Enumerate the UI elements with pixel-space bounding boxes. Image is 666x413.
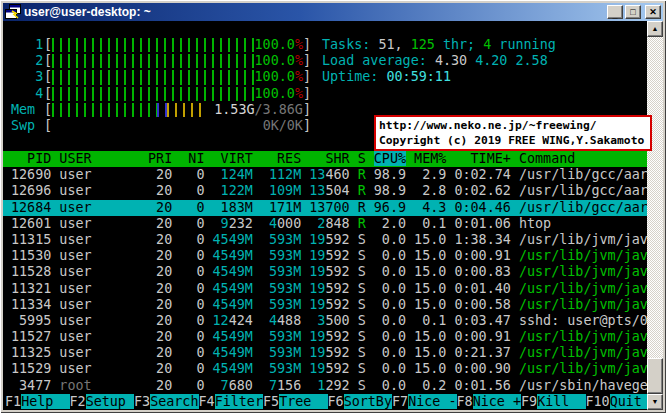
fkey-f5[interactable]: F5Tree <box>263 394 328 409</box>
fkey-f3[interactable]: F3Search <box>134 394 199 409</box>
terminal-screen[interactable]: 1[100.0%] 2[100.0%] 3[100.0%] 4[100.0%]M… <box>3 21 647 410</box>
fkey-f10[interactable]: F10Quit <box>586 394 648 409</box>
scrollbar[interactable]: ▲ ▼ <box>647 21 663 410</box>
process-row[interactable]: 11528 user 20 0 4549M 593M 19592 S 0.0 1… <box>3 264 647 280</box>
window-title: user@user-desktop: ~ <box>24 5 607 20</box>
meters-panel: 1[100.0%] 2[100.0%] 3[100.0%] 4[100.0%]M… <box>11 37 311 134</box>
summary-panel: Tasks: 51, 125 thr; 4 running Load avera… <box>322 37 556 86</box>
titlebar[interactable]: user@user-desktop: ~ _ □ ✕ <box>3 3 663 21</box>
watermark-url: http://www.neko.ne.jp/~freewing/ <box>379 118 647 133</box>
uptime-line: Uptime: 00:59:11 <box>322 69 556 85</box>
process-row[interactable]: 11527 user 20 0 4549M 593M 19592 S 0.0 1… <box>3 329 647 345</box>
close-icon: ✕ <box>649 7 657 17</box>
cpu1-meter: 1[100.0%] <box>11 37 311 53</box>
process-row[interactable]: 11529 user 20 0 4549M 593M 19592 S 0.0 1… <box>3 361 647 377</box>
table-header-row[interactable]: PID USER PRI NI VIRT RES SHR S CPU% MEM%… <box>3 151 647 167</box>
minimize-button[interactable]: _ <box>607 5 623 19</box>
process-row[interactable]: 12684 user 20 0 183M 171M 13700 R 96.9 4… <box>3 200 647 216</box>
process-row[interactable]: 12601 user 20 0 9232 4000 2848 R 2.0 0.1… <box>3 216 647 232</box>
cpu4-meter: 4[100.0%] <box>11 86 311 102</box>
process-row[interactable]: 11325 user 20 0 4549M 593M 19592 S 0.0 1… <box>3 345 647 361</box>
putty-icon <box>5 4 21 20</box>
process-table: PID USER PRI NI VIRT RES SHR S CPU% MEM%… <box>3 151 647 394</box>
fkey-f8[interactable]: F8Nice + <box>457 394 522 409</box>
process-row[interactable]: 3477 root 20 0 7680 7156 1292 S 0.0 0.2 … <box>3 378 647 394</box>
load-average-line: Load average: 4.30 4.20 2.58 <box>322 53 556 69</box>
process-row[interactable]: 11530 user 20 0 4549M 593M 19592 S 0.0 1… <box>3 248 647 264</box>
maximize-icon: □ <box>630 7 635 17</box>
process-row[interactable]: 5995 user 20 0 12424 4488 3500 S 0.0 0.1… <box>3 313 647 329</box>
cpu2-meter: 2[100.0%] <box>11 53 311 69</box>
terminal-window: user@user-desktop: ~ _ □ ✕ 1[100.0%] 2[1… <box>0 0 666 413</box>
process-row[interactable]: 11334 user 20 0 4549M 593M 19592 S 0.0 1… <box>3 297 647 313</box>
watermark-copyright: Copyright (c) 2019 FREE WING,Y.Sakamoto <box>379 133 647 148</box>
cpu3-meter: 3[100.0%] <box>11 69 311 85</box>
swap-meter: Swp [0K/0K] <box>11 118 311 134</box>
fkey-f6[interactable]: F6SortBy <box>328 394 393 409</box>
memory-meter: Mem [1.53G/3.86G] <box>11 102 311 118</box>
fkey-f1[interactable]: F1Help <box>5 394 70 409</box>
scroll-up-icon: ▲ <box>652 25 659 33</box>
tasks-line: Tasks: 51, 125 thr; 4 running <box>322 37 556 53</box>
window-controls: _ □ ✕ <box>607 5 661 19</box>
scroll-up-button[interactable]: ▲ <box>647 21 663 37</box>
maximize-button[interactable]: □ <box>625 5 641 19</box>
close-button[interactable]: ✕ <box>645 5 661 19</box>
scrollbar-thumb[interactable] <box>647 358 663 394</box>
fkey-f9[interactable]: F9Kill <box>521 394 586 409</box>
fkey-f7[interactable]: F7Nice - <box>392 394 457 409</box>
minimize-icon: _ <box>612 10 617 20</box>
process-row[interactable]: 11321 user 20 0 4549M 593M 19592 S 0.0 1… <box>3 281 647 297</box>
scroll-down-icon: ▼ <box>652 398 659 406</box>
scrollbar-track[interactable] <box>647 37 663 394</box>
function-key-bar: F1Help F2Setup F3SearchF4FilterF5Tree F6… <box>3 394 647 410</box>
fkey-f2[interactable]: F2Setup <box>70 394 135 409</box>
watermark-overlay: http://www.neko.ne.jp/~freewing/ Copyrig… <box>374 115 652 151</box>
process-row[interactable]: 11315 user 20 0 4549M 593M 19592 S 0.0 1… <box>3 232 647 248</box>
fkey-f4[interactable]: F4Filter <box>199 394 264 409</box>
process-row[interactable]: 12690 user 20 0 124M 112M 13460 R 98.9 2… <box>3 167 647 183</box>
process-row[interactable]: 12696 user 20 0 122M 109M 13504 R 98.9 2… <box>3 183 647 199</box>
scroll-down-button[interactable]: ▼ <box>647 394 663 410</box>
